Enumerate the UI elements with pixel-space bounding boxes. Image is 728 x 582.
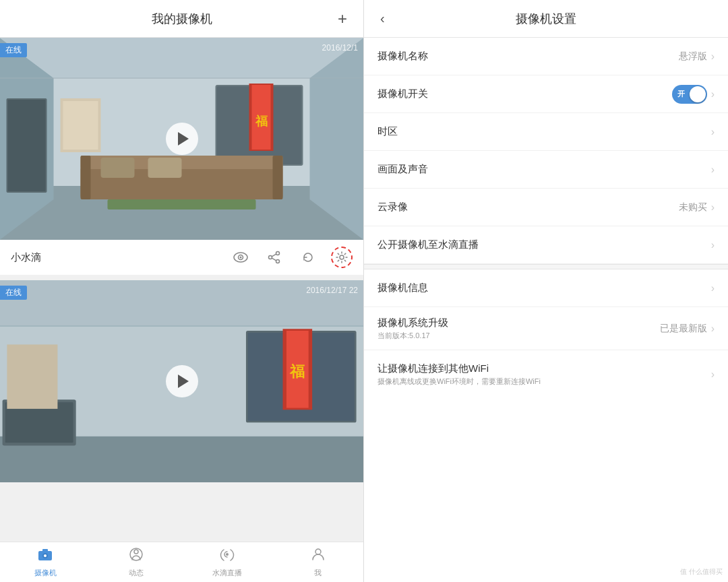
svg-point-27 — [276, 260, 280, 263]
right-panel: ‹ 摄像机设置 摄像机名称 悬浮版 › 摄像机开关 开 › 时区 › 画面及声音… — [364, 0, 728, 582]
wifi-label: 让摄像机连接到其他WiFi — [377, 362, 711, 375]
activity-nav-icon — [128, 546, 144, 567]
settings-item-upgrade[interactable]: 摄像机系统升级 当前版本:5.0.17 已是最新版 › — [364, 307, 728, 350]
upgrade-value: 已是最新版 — [660, 323, 707, 335]
live-nav-icon — [219, 546, 235, 567]
camera-thumbnail-2[interactable]: 在线 2016/12/17 22 — [0, 280, 363, 482]
chevron-live: › — [711, 239, 715, 251]
play-button-1[interactable] — [166, 123, 198, 155]
chevron-av: › — [711, 164, 715, 176]
toggle-knob — [690, 86, 706, 102]
svg-rect-18 — [108, 199, 256, 209]
svg-text:福: 福 — [255, 115, 268, 128]
nav-item-me[interactable]: 我 — [272, 546, 363, 578]
camera-thumbnail-1[interactable]: 在线 2016/12/1 — [0, 38, 363, 240]
bottom-nav: 摄像机 动态 水滴直播 — [0, 542, 363, 582]
nav-item-camera[interactable]: 摄像机 — [0, 546, 91, 578]
svg-rect-15 — [273, 156, 283, 199]
camera-name-1: 小水滴 — [11, 251, 230, 264]
chevron-timezone: › — [711, 126, 715, 138]
svg-line-28 — [272, 254, 276, 257]
cloud-label: 云录像 — [377, 201, 679, 214]
settings-item-cloud[interactable]: 云录像 未购买 › — [364, 189, 728, 226]
play-icon-2 — [178, 375, 189, 388]
timestamp-1: 2016/12/1 — [322, 43, 358, 53]
info-label: 摄像机信息 — [377, 282, 711, 294]
settings-title: 摄像机设置 — [516, 11, 576, 27]
settings-item-live[interactable]: 公开摄像机至水滴直播 › — [364, 226, 728, 264]
camera-card-1: 在线 2016/12/1 — [0, 38, 363, 275]
chevron-wifi: › — [711, 368, 715, 381]
toggle-on-label: 开 — [677, 89, 685, 99]
chevron-name: › — [711, 51, 715, 63]
me-nav-icon — [310, 546, 326, 567]
settings-icon-1[interactable] — [331, 247, 353, 268]
svg-rect-17 — [148, 158, 182, 178]
settings-list: 摄像机名称 悬浮版 › 摄像机开关 开 › 时区 › 画面及声音 › 云录像 未… — [364, 38, 728, 582]
watermark: 值 什么值得买 — [680, 567, 723, 577]
online-badge-1: 在线 — [0, 43, 27, 57]
nav-item-live[interactable]: 水滴直播 — [182, 546, 273, 578]
camera-toggle[interactable]: 开 — [672, 85, 707, 104]
settings-item-av[interactable]: 画面及声音 › — [364, 151, 728, 189]
chevron-upgrade: › — [711, 323, 715, 335]
left-panel: 我的摄像机 + 在线 2016/12/1 — [0, 0, 364, 582]
svg-point-30 — [340, 255, 344, 259]
play-button-2[interactable] — [166, 365, 198, 397]
settings-item-switch[interactable]: 摄像机开关 开 › — [364, 75, 728, 113]
camera-actions-1 — [230, 247, 353, 268]
svg-point-52 — [226, 553, 229, 556]
settings-item-timezone[interactable]: 时区 › — [364, 113, 728, 151]
camera-switch-label: 摄像机开关 — [377, 88, 672, 100]
svg-rect-49 — [42, 549, 48, 552]
av-label: 画面及声音 — [377, 163, 711, 176]
left-header: 我的摄像机 + — [0, 0, 363, 38]
upgrade-label: 摄像机系统升级 — [377, 317, 660, 329]
public-live-label: 公开摄像机至水滴直播 — [377, 238, 711, 251]
replay-icon-1[interactable] — [297, 247, 319, 268]
settings-item-wifi[interactable]: 让摄像机连接到其他WiFi 摄像机离线或更换WiFi环境时，需要重新连接WiFi… — [364, 350, 728, 399]
right-header: ‹ 摄像机设置 — [364, 0, 728, 38]
my-camera-title: 我的摄像机 — [152, 11, 212, 27]
svg-rect-16 — [101, 158, 135, 178]
settings-group-divider — [364, 264, 728, 269]
camera-list: 在线 2016/12/1 — [0, 38, 363, 542]
back-button[interactable]: ‹ — [375, 5, 390, 32]
chevron-info: › — [711, 282, 715, 294]
timezone-label: 时区 — [377, 125, 711, 138]
svg-point-24 — [240, 257, 242, 259]
nav-item-activity[interactable]: 动态 — [91, 546, 182, 578]
svg-line-29 — [272, 258, 276, 261]
svg-point-26 — [269, 256, 272, 259]
cloud-value: 未购买 — [679, 201, 707, 214]
add-camera-button[interactable]: + — [338, 9, 347, 28]
svg-rect-6 — [8, 100, 46, 191]
camera-nav-icon — [37, 546, 53, 567]
chevron-switch: › — [711, 88, 715, 100]
nav-label-live: 水滴直播 — [212, 568, 242, 578]
camera-card-2: 在线 2016/12/17 22 — [0, 280, 363, 482]
svg-point-53 — [315, 549, 321, 554]
wifi-sublabel: 摄像机离线或更换WiFi环境时，需要重新连接WiFi — [377, 377, 711, 387]
settings-item-name[interactable]: 摄像机名称 悬浮版 › — [364, 38, 728, 75]
online-badge-2: 在线 — [0, 286, 27, 300]
svg-point-51 — [134, 550, 138, 554]
camera-name-label: 摄像机名称 — [377, 50, 679, 63]
svg-text:福: 福 — [289, 363, 305, 380]
svg-rect-14 — [81, 156, 91, 199]
camera-name-value: 悬浮版 — [679, 51, 707, 63]
upgrade-label-group: 摄像机系统升级 当前版本:5.0.17 — [377, 317, 660, 341]
svg-point-25 — [276, 252, 280, 255]
settings-item-info[interactable]: 摄像机信息 › — [364, 269, 728, 307]
svg-point-48 — [44, 554, 47, 557]
svg-rect-45 — [7, 344, 57, 408]
share-icon-1[interactable] — [264, 247, 285, 268]
svg-rect-20 — [63, 101, 98, 150]
nav-label-me: 我 — [314, 568, 322, 578]
chevron-cloud: › — [711, 201, 715, 214]
view-icon-1[interactable] — [230, 247, 251, 268]
nav-label-camera: 摄像机 — [34, 568, 57, 578]
upgrade-sublabel: 当前版本:5.0.17 — [377, 331, 660, 341]
camera-info-1: 小水滴 — [0, 240, 363, 275]
wifi-label-group: 让摄像机连接到其他WiFi 摄像机离线或更换WiFi环境时，需要重新连接WiFi — [377, 362, 711, 387]
